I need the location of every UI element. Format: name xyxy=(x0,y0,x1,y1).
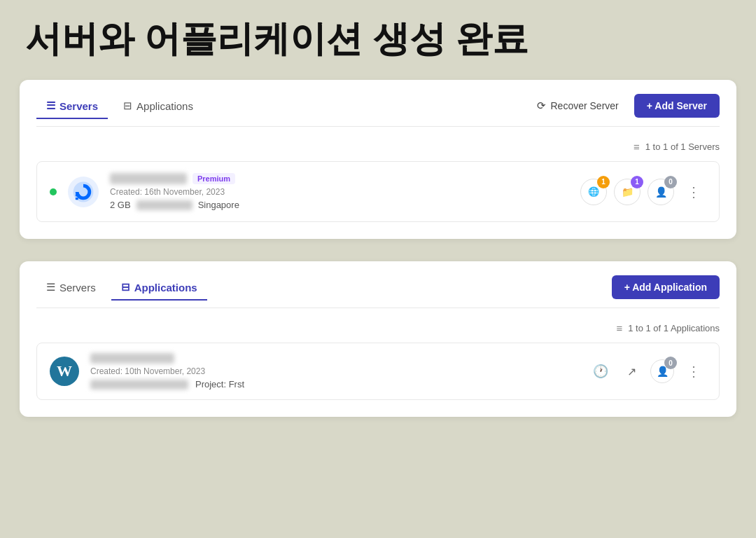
server-info: Premium Created: 16th November, 2023 2 G… xyxy=(110,173,569,210)
tab-applications-1-label: Applications xyxy=(136,100,193,112)
www-count-badge: 1 xyxy=(597,176,610,188)
app-list-item: W Created: 10th November, 2023 Project: … xyxy=(36,343,720,400)
tab-servers-2[interactable]: ☰ Servers xyxy=(36,275,106,301)
folder-icon: 📁 xyxy=(622,186,634,198)
panel2-filter-row: ≡ 1 to 1 of 1 Applications xyxy=(36,317,720,343)
user-count-badge: 0 xyxy=(664,176,677,188)
premium-badge: Premium xyxy=(192,173,235,184)
server-ram: 2 GB xyxy=(110,200,131,210)
add-application-button[interactable]: + Add Application xyxy=(612,275,720,299)
panel1-header: ☰ Servers ⊟ Applications ⟳ Recover Serve… xyxy=(36,94,720,118)
server-specs: 2 GB Singapore xyxy=(110,200,569,210)
filter-icon-2: ≡ xyxy=(616,322,622,334)
app-domain-blurred xyxy=(90,380,188,389)
server-name-row: Premium xyxy=(110,173,569,184)
panel2-tabs: ☰ Servers ⊟ Applications xyxy=(36,275,207,299)
server-ip-blurred xyxy=(136,200,192,210)
applications-panel: ☰ Servers ⊟ Applications + Add Applicati… xyxy=(20,261,736,417)
recover-server-button[interactable]: ⟳ Recover Server xyxy=(530,95,625,116)
recover-icon: ⟳ xyxy=(537,99,546,112)
server-location: Singapore xyxy=(198,200,239,210)
app-actions: 🕐 ↗ 👤 0 ⋮ xyxy=(589,359,706,383)
wordpress-logo: W xyxy=(50,357,79,386)
server-list-item: Premium Created: 16th November, 2023 2 G… xyxy=(36,161,720,222)
folder-count-badge: 1 xyxy=(631,176,643,188)
tab-applications-2[interactable]: ⊟ Applications xyxy=(111,275,207,301)
server-status-dot xyxy=(50,188,57,195)
add-app-label: + Add Application xyxy=(624,282,707,293)
app-clock-button[interactable]: 🕐 xyxy=(589,359,612,383)
panel2-header: ☰ Servers ⊟ Applications + Add Applicati… xyxy=(36,275,720,299)
server-logo xyxy=(68,177,99,207)
server-icon-2: ☰ xyxy=(46,281,55,294)
app-created: Created: 10th November, 2023 xyxy=(90,366,578,376)
svg-rect-1 xyxy=(76,194,80,196)
server-www-button[interactable]: 🌐 1 xyxy=(580,179,607,205)
panel1-filter-row: ≡ 1 to 1 of 1 Servers xyxy=(36,135,720,161)
add-server-label: + Add Server xyxy=(647,100,707,111)
panel1-filter-text: 1 to 1 of 1 Servers xyxy=(645,142,720,152)
panel1-tabs: ☰ Servers ⊟ Applications xyxy=(36,94,203,118)
server-actions: 🌐 1 📁 1 👤 0 ⋮ xyxy=(580,179,706,205)
servers-panel: ☰ Servers ⊟ Applications ⟳ Recover Serve… xyxy=(20,80,736,239)
server-user-button[interactable]: 👤 0 xyxy=(648,179,674,205)
server-logo-svg xyxy=(72,181,94,203)
panel1-divider xyxy=(36,126,720,127)
server-more-button[interactable]: ⋮ xyxy=(681,181,706,203)
app-project: Project: Frst xyxy=(195,379,244,389)
app-user-button[interactable]: 👤 0 xyxy=(650,359,674,383)
tab-applications-1[interactable]: ⊟ Applications xyxy=(113,94,203,119)
panel1-actions: ⟳ Recover Server + Add Server xyxy=(530,94,720,118)
external-link-icon: ↗ xyxy=(627,365,636,378)
clock-icon: 🕐 xyxy=(593,364,608,379)
page-title: 서버와 어플리케이션 생성 완료 xyxy=(0,0,756,80)
tab-servers-1[interactable]: ☰ Servers xyxy=(36,94,108,119)
panel2-actions: + Add Application xyxy=(612,275,720,299)
server-icon-1: ☰ xyxy=(46,99,55,112)
tab-servers-2-label: Servers xyxy=(59,282,96,294)
www-icon: 🌐 xyxy=(588,186,599,197)
app-user-count-badge: 0 xyxy=(664,357,677,369)
panel2-divider xyxy=(36,308,720,308)
server-created: Created: 16th November, 2023 xyxy=(110,187,569,197)
app-domain-row: Project: Frst xyxy=(90,379,578,389)
svg-rect-2 xyxy=(76,198,78,200)
app-info: Created: 10th November, 2023 Project: Fr… xyxy=(90,353,578,389)
app-external-button[interactable]: ↗ xyxy=(620,359,643,383)
server-name-blurred xyxy=(110,173,187,184)
app-name-blurred xyxy=(90,353,174,364)
user-icon: 👤 xyxy=(655,186,667,198)
panel2-filter-text: 1 to 1 of 1 Applications xyxy=(628,323,720,333)
server-folder-button[interactable]: 📁 1 xyxy=(614,179,640,205)
filter-icon-1: ≡ xyxy=(634,141,640,153)
tab-servers-1-label: Servers xyxy=(59,100,98,112)
recover-label: Recover Server xyxy=(550,100,618,111)
app-more-button[interactable]: ⋮ xyxy=(681,360,706,382)
tab-applications-2-label: Applications xyxy=(134,282,197,294)
add-server-button[interactable]: + Add Server xyxy=(634,94,720,118)
application-icon-2: ⊟ xyxy=(121,281,130,294)
application-icon-1: ⊟ xyxy=(123,99,132,112)
